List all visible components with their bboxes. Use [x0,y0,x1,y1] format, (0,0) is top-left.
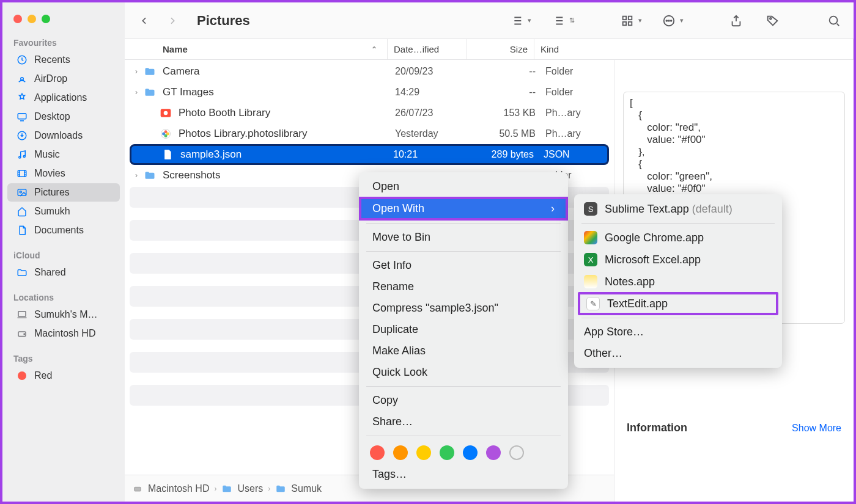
svg-point-8 [20,191,21,193]
sidebar-item-recents[interactable]: Recents [7,51,120,69]
menu-open[interactable]: Open [359,176,568,197]
path-segment[interactable]: Users [237,483,263,494]
close-window-button[interactable] [13,15,22,23]
sidebar-item-downloads[interactable]: Downloads [7,126,120,145]
menu-duplicate[interactable]: Duplicate [359,319,568,340]
file-name: GT Images [161,86,395,98]
disk-icon [132,483,143,494]
file-icon [161,148,174,161]
column-date[interactable]: Date…ified [388,39,467,59]
file-row[interactable]: Photo Booth Library26/07/23153 KBPh…ary [130,103,609,123]
menu-tags[interactable]: Tags… [359,464,568,485]
tag-color-dot[interactable] [393,445,408,460]
tag-color-dot[interactable] [486,445,501,460]
file-row[interactable]: Photos Library.photoslibraryYesterday50.… [130,123,609,144]
sidebar-item-movies[interactable]: Movies [7,164,120,183]
sidebar-item-music[interactable]: Music [7,145,120,164]
menu-open-with[interactable]: Open With› [359,197,568,221]
menu-separator [366,386,561,387]
svg-rect-12 [623,16,626,20]
back-button[interactable] [136,12,153,29]
tag-color-dot[interactable] [463,445,478,460]
column-headers: Name⌃ Date…ified Size Kind [125,39,854,60]
window-title: Pictures [197,13,490,29]
disclosure-triangle-icon[interactable]: › [130,171,143,180]
sidebar-item-airdrop[interactable]: AirDrop [7,70,120,88]
menu-separator [366,251,561,252]
sidebar-item-home[interactable]: Sumukh [7,202,120,221]
submenu-textedit[interactable]: ✎TextEdit.app [578,292,778,315]
tag-color-dot[interactable] [416,445,431,460]
column-name[interactable]: Name⌃ [125,39,388,59]
path-segment[interactable]: Macintosh HD [148,483,209,494]
column-kind[interactable]: Kind [534,39,854,59]
context-menu: Open Open With› Move to Bin Get Info Ren… [359,172,568,489]
sidebar-item-documents[interactable]: Documents [7,221,120,239]
sidebar-item-tag-red[interactable]: Red [7,367,120,385]
tags-button[interactable] [764,12,781,29]
app-icon: X [584,253,597,266]
search-button[interactable] [825,12,843,29]
file-size: 153 KB [474,108,542,119]
path-segment[interactable]: Sumuk [291,483,322,494]
sidebar-item-label: Macintosh HD [34,328,95,339]
menu-make-alias[interactable]: Make Alias [359,340,568,362]
list-sort-icon [550,12,567,29]
file-date: 10:21 [393,149,473,160]
tag-color-dot[interactable] [370,445,385,460]
sidebar-item-pictures[interactable]: Pictures [7,183,120,202]
minimize-window-button[interactable] [28,15,36,23]
pictures-icon [16,186,28,199]
menu-get-info[interactable]: Get Info [359,255,568,276]
view-list-button[interactable]: ▾ [508,12,531,29]
desktop-icon [16,111,28,123]
sidebar-item-disk[interactable]: Macintosh HD [7,324,120,343]
chevron-down-icon: ▾ [638,16,642,24]
group-button[interactable]: ▾ [619,12,642,29]
folder-icon [275,483,286,494]
sidebar-item-shared[interactable]: Shared [7,263,120,282]
tag-color-none[interactable] [509,445,524,460]
menu-quick-look[interactable]: Quick Look [359,362,568,383]
submenu-google-chrome[interactable]: Google Chrome.app [574,227,782,249]
laptop-icon [16,309,28,321]
file-row[interactable]: ›Camera20/09/23--Folder [130,61,609,82]
sidebar-item-label: Pictures [34,187,70,198]
chevron-right-icon: › [268,484,270,493]
sidebar-section-tags: Tags [2,350,125,366]
file-row[interactable]: sample3.json10:21289 bytesJSON [130,144,609,165]
menu-share[interactable]: Share… [359,411,568,433]
maximize-window-button[interactable] [42,15,50,23]
menu-move-to-bin[interactable]: Move to Bin [359,227,568,248]
sidebar-item-computer[interactable]: Sumukh's M… [7,305,120,324]
menu-copy[interactable]: Copy [359,390,568,411]
tag-color-dot[interactable] [440,445,454,460]
forward-button[interactable] [164,12,181,29]
menu-rename[interactable]: Rename [359,276,568,298]
svg-rect-6 [18,170,26,177]
sidebar-item-applications[interactable]: Applications [7,89,120,107]
svg-point-19 [671,20,672,21]
disclosure-triangle-icon[interactable]: › [130,67,143,76]
svg-rect-15 [629,21,632,25]
share-button[interactable] [728,12,745,29]
disclosure-triangle-icon[interactable]: › [130,88,143,97]
submenu-microsoft-excel[interactable]: XMicrosoft Excel.app [574,249,782,271]
action-button[interactable]: ▾ [660,12,684,29]
view-options-button[interactable]: ⇅ [550,12,575,29]
submenu-other[interactable]: Other… [574,343,782,364]
sidebar-section-locations: Locations [2,289,125,305]
file-row[interactable]: ›GT Images14:29--Folder [130,82,609,103]
submenu-app-store[interactable]: App Store… [574,321,782,343]
sort-chevron-icon: ⌃ [371,45,377,54]
document-icon [16,224,28,236]
submenu-notes[interactable]: Notes.app [574,271,782,293]
submenu-sublime-text[interactable]: SSublime Text.app (default) [574,198,782,220]
more-button[interactable]: More… [623,476,845,502]
file-kind: Folder [542,87,609,98]
list-view-icon [508,12,525,29]
column-size[interactable]: Size [467,39,534,59]
show-more-link[interactable]: Show More [792,423,841,434]
sidebar-item-desktop[interactable]: Desktop [7,108,120,126]
menu-compress[interactable]: Compress "sample3.json" [359,298,568,319]
